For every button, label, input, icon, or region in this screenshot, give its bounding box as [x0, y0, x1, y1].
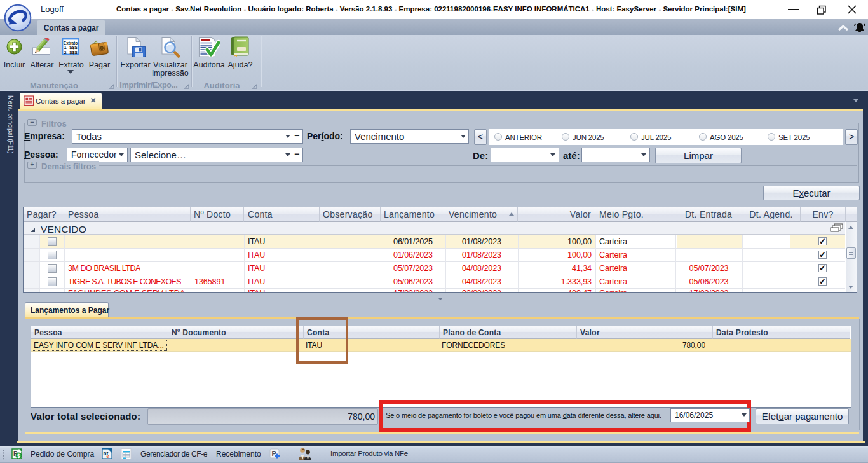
- svg-text:2- $$$: 2- $$$: [64, 50, 78, 55]
- svg-text:$: $: [17, 453, 20, 459]
- svg-text:e: e: [107, 452, 110, 459]
